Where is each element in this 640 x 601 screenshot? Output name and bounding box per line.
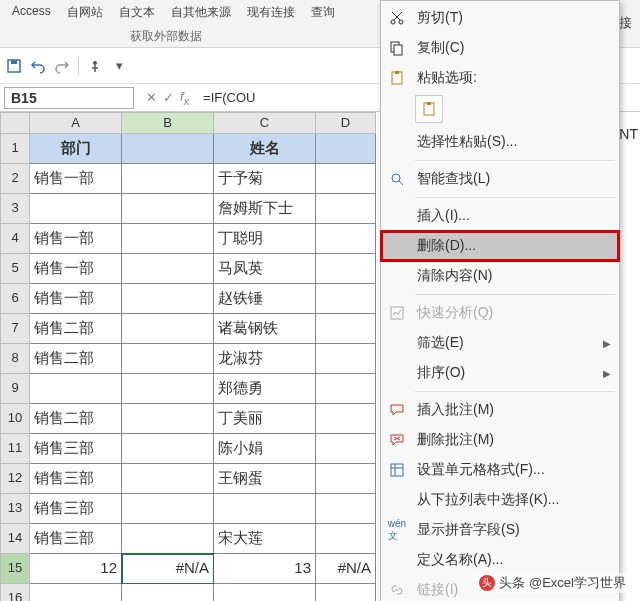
enter-formula-icon[interactable]: ✓ — [163, 90, 174, 105]
fx-icon[interactable]: fx — [180, 89, 189, 107]
ribbon-text[interactable]: 自文本 — [115, 2, 159, 23]
cell-B7[interactable] — [122, 314, 214, 344]
cell-A13[interactable]: 销售三部 — [30, 494, 122, 524]
cell-B10[interactable] — [122, 404, 214, 434]
cell-D3[interactable] — [316, 194, 376, 224]
row-header[interactable]: 12 — [0, 464, 30, 494]
menu-format-cells[interactable]: 设置单元格格式(F)... — [381, 455, 619, 485]
cell-C2[interactable]: 于予菊 — [214, 164, 316, 194]
row-header[interactable]: 8 — [0, 344, 30, 374]
select-all-corner[interactable] — [0, 112, 30, 134]
cell-C14[interactable]: 宋大莲 — [214, 524, 316, 554]
cell-B14[interactable] — [122, 524, 214, 554]
cancel-formula-icon[interactable]: ✕ — [146, 90, 157, 105]
paste-default-button[interactable] — [415, 95, 443, 123]
row-header[interactable]: 6 — [0, 284, 30, 314]
cell-C15[interactable]: 13 — [214, 554, 316, 584]
cell-B9[interactable] — [122, 374, 214, 404]
menu-phonetic[interactable]: wén文 显示拼音字段(S) — [381, 515, 619, 545]
cell-C11[interactable]: 陈小娟 — [214, 434, 316, 464]
col-header-d[interactable]: D — [316, 112, 376, 134]
cell-A12[interactable]: 销售三部 — [30, 464, 122, 494]
cell-D7[interactable] — [316, 314, 376, 344]
cell-D5[interactable] — [316, 254, 376, 284]
row-header[interactable]: 4 — [0, 224, 30, 254]
cell-B8[interactable] — [122, 344, 214, 374]
menu-sort[interactable]: 排序(O) ▶ — [381, 358, 619, 388]
cell-D12[interactable] — [316, 464, 376, 494]
cell-A10[interactable]: 销售二部 — [30, 404, 122, 434]
col-header-a[interactable]: A — [30, 112, 122, 134]
cell-A3[interactable] — [30, 194, 122, 224]
menu-smart-lookup[interactable]: 智能查找(L) — [381, 164, 619, 194]
cell-D2[interactable] — [316, 164, 376, 194]
cell-C5[interactable]: 马凤英 — [214, 254, 316, 284]
cell-A6[interactable]: 销售一部 — [30, 284, 122, 314]
col-header-c[interactable]: C — [214, 112, 316, 134]
row-header[interactable]: 2 — [0, 164, 30, 194]
row-header[interactable]: 9 — [0, 374, 30, 404]
touch-mode-icon[interactable] — [87, 58, 103, 74]
row-header[interactable]: 15 — [0, 554, 30, 584]
cell-C4[interactable]: 丁聪明 — [214, 224, 316, 254]
menu-define-name[interactable]: 定义名称(A)... — [381, 545, 619, 575]
ribbon-query[interactable]: 查询 — [307, 2, 339, 23]
cell-C6[interactable]: 赵铁锤 — [214, 284, 316, 314]
cell-B1[interactable] — [122, 134, 214, 164]
cell-B13[interactable] — [122, 494, 214, 524]
cell-B4[interactable] — [122, 224, 214, 254]
cell-D14[interactable] — [316, 524, 376, 554]
col-header-b[interactable]: B — [122, 112, 214, 134]
redo-icon[interactable] — [54, 58, 70, 74]
menu-cut[interactable]: 剪切(T) — [381, 3, 619, 33]
cell-A1[interactable]: 部门 — [30, 134, 122, 164]
cell-D16[interactable] — [316, 584, 376, 601]
cell-C1[interactable]: 姓名 — [214, 134, 316, 164]
cell-A11[interactable]: 销售三部 — [30, 434, 122, 464]
menu-paste-special[interactable]: 选择性粘贴(S)... — [381, 127, 619, 157]
cell-A14[interactable]: 销售三部 — [30, 524, 122, 554]
cell-A9[interactable] — [30, 374, 122, 404]
cell-D11[interactable] — [316, 434, 376, 464]
row-header[interactable]: 7 — [0, 314, 30, 344]
cell-C10[interactable]: 丁美丽 — [214, 404, 316, 434]
save-icon[interactable] — [6, 58, 22, 74]
ribbon-web[interactable]: 自网站 — [63, 2, 107, 23]
ribbon-existing[interactable]: 现有连接 — [243, 2, 299, 23]
menu-filter[interactable]: 筛选(E) ▶ — [381, 328, 619, 358]
cell-D1[interactable] — [316, 134, 376, 164]
cell-D13[interactable] — [316, 494, 376, 524]
cell-B15[interactable]: #N/A — [122, 554, 214, 584]
ribbon-access[interactable]: Access — [8, 2, 55, 20]
cell-D15[interactable]: #N/A — [316, 554, 376, 584]
cell-B5[interactable] — [122, 254, 214, 284]
row-header[interactable]: 1 — [0, 134, 30, 164]
menu-clear[interactable]: 清除内容(N) — [381, 261, 619, 291]
name-box[interactable]: B15 — [4, 87, 134, 109]
cell-B16[interactable] — [122, 584, 214, 601]
cell-C13[interactable] — [214, 494, 316, 524]
menu-delete-comment[interactable]: 删除批注(M) — [381, 425, 619, 455]
cell-C8[interactable]: 龙淑芬 — [214, 344, 316, 374]
cell-A15[interactable]: 12 — [30, 554, 122, 584]
cell-A7[interactable]: 销售二部 — [30, 314, 122, 344]
cell-A2[interactable]: 销售一部 — [30, 164, 122, 194]
cell-B6[interactable] — [122, 284, 214, 314]
row-header[interactable]: 3 — [0, 194, 30, 224]
cell-B12[interactable] — [122, 464, 214, 494]
cell-B11[interactable] — [122, 434, 214, 464]
cell-A4[interactable]: 销售一部 — [30, 224, 122, 254]
cell-D8[interactable] — [316, 344, 376, 374]
menu-insert[interactable]: 插入(I)... — [381, 201, 619, 231]
cell-A8[interactable]: 销售二部 — [30, 344, 122, 374]
cell-B3[interactable] — [122, 194, 214, 224]
cell-D4[interactable] — [316, 224, 376, 254]
menu-insert-comment[interactable]: 插入批注(M) — [381, 395, 619, 425]
cell-C3[interactable]: 詹姆斯下士 — [214, 194, 316, 224]
cell-D6[interactable] — [316, 284, 376, 314]
row-header[interactable]: 14 — [0, 524, 30, 554]
cell-D9[interactable] — [316, 374, 376, 404]
dropdown-icon[interactable]: ▾ — [111, 58, 127, 74]
row-header[interactable]: 13 — [0, 494, 30, 524]
menu-dropdown-list[interactable]: 从下拉列表中选择(K)... — [381, 485, 619, 515]
